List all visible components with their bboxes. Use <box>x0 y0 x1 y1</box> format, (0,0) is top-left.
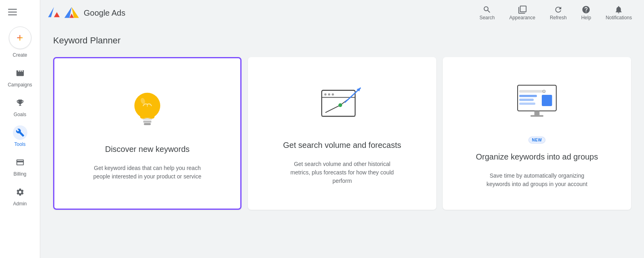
help-label: Help <box>581 15 591 20</box>
card-desc-discover: Get keyword ideas that can help you reac… <box>91 164 204 181</box>
search-label: Search <box>479 15 495 20</box>
search-icon <box>483 5 491 14</box>
bell-icon <box>614 5 623 14</box>
search-action[interactable]: Search <box>474 3 500 23</box>
sidebar-item-billing[interactable]: Billing <box>0 151 40 181</box>
sidebar-item-label: Tools <box>14 141 25 147</box>
app-name: Google Ads <box>84 8 125 18</box>
new-badge: NEW <box>528 137 546 143</box>
sidebar-item-label: Goals <box>14 112 26 117</box>
page-title: Keyword Planner <box>53 35 631 46</box>
plus-icon: + <box>17 32 23 43</box>
svg-marker-1 <box>48 7 54 17</box>
sidebar-item-goals[interactable]: Goals <box>0 92 40 121</box>
google-ads-triangle-icon <box>64 6 79 20</box>
sidebar-item-create[interactable]: + Create <box>0 23 40 62</box>
goals-icon <box>13 96 27 110</box>
main-content: Keyword Planner <box>40 26 644 258</box>
notifications-label: Notifications <box>606 15 632 20</box>
card-desc-organize: Save time by automatically organizing ke… <box>481 172 593 188</box>
appearance-icon <box>518 5 527 14</box>
tools-icon <box>13 125 27 140</box>
sidebar-item-admin[interactable]: Admin <box>0 181 40 211</box>
card-title-organize: Organize keywords into ad groups <box>476 152 598 162</box>
card-title-discover: Discover new keywords <box>105 144 190 154</box>
svg-marker-3 <box>54 12 60 17</box>
organize-keywords-card[interactable]: NEW Organize keywords into ad groups Sav… <box>443 57 631 210</box>
search-volume-card[interactable]: Get search volume and forecasts Get sear… <box>248 57 436 210</box>
cards-grid: Discover new keywords Get keyword ideas … <box>53 57 631 210</box>
refresh-label: Refresh <box>550 15 567 20</box>
svg-rect-30 <box>519 102 535 105</box>
sidebar-item-label: Campaigns <box>8 82 32 88</box>
refresh-icon <box>554 5 563 14</box>
help-icon <box>582 5 590 14</box>
svg-rect-29 <box>519 98 534 101</box>
chart-illustration <box>318 82 366 130</box>
card-desc-volume: Get search volume and other historical m… <box>286 160 398 185</box>
svg-rect-27 <box>542 95 552 106</box>
svg-rect-31 <box>535 111 540 116</box>
notifications-action[interactable]: Notifications <box>600 3 638 23</box>
google-ads-icon <box>47 6 61 20</box>
discover-keywords-card[interactable]: Discover new keywords Get keyword ideas … <box>53 57 242 210</box>
top-nav-actions: Search Appearance Refresh Help <box>474 3 638 23</box>
svg-point-18 <box>332 93 334 96</box>
sidebar-item-label: Billing <box>13 171 26 177</box>
create-button[interactable]: + <box>9 27 31 49</box>
refresh-action[interactable]: Refresh <box>544 3 572 23</box>
sidebar-item-tools[interactable]: Tools <box>0 121 40 151</box>
top-nav: Google Ads Search Appearance Refresh <box>40 0 644 26</box>
sidebar-item-label: Admin <box>13 201 27 207</box>
card-title-volume: Get search volume and forecasts <box>283 140 401 150</box>
svg-rect-32 <box>530 115 543 117</box>
billing-icon <box>13 155 27 170</box>
lightbulb-svg <box>125 88 169 132</box>
sidebar-item-label: Create <box>12 52 27 58</box>
monitor-svg <box>513 81 561 125</box>
admin-icon <box>13 185 27 199</box>
svg-point-20 <box>339 103 342 107</box>
google-ads-logo: Google Ads <box>47 6 125 20</box>
chart-svg <box>318 84 366 128</box>
svg-rect-28 <box>519 95 537 97</box>
svg-rect-13 <box>144 123 151 125</box>
monitor-illustration <box>513 79 561 127</box>
svg-rect-15 <box>322 90 355 116</box>
appearance-action[interactable]: Appearance <box>504 3 541 23</box>
svg-rect-25 <box>519 90 545 92</box>
svg-point-16 <box>324 93 327 96</box>
lightbulb-illustration <box>123 86 171 134</box>
svg-point-17 <box>328 93 330 96</box>
sidebar: + Create Campaigns Goals Tools <box>0 0 40 258</box>
svg-rect-12 <box>143 121 151 123</box>
campaigns-icon <box>13 66 27 80</box>
menu-icon[interactable] <box>0 5 25 19</box>
sidebar-item-campaigns[interactable]: Campaigns <box>0 62 40 92</box>
appearance-label: Appearance <box>509 15 535 20</box>
help-action[interactable]: Help <box>576 3 597 23</box>
